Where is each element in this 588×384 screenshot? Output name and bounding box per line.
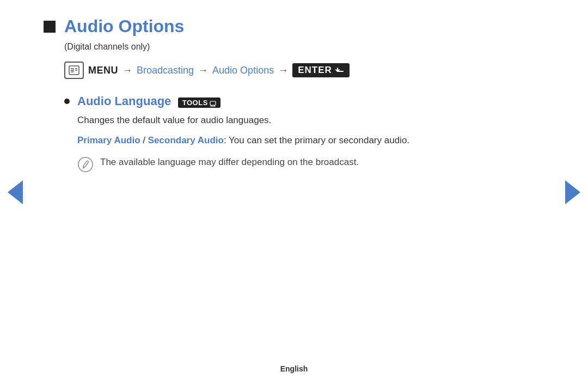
content-section: Audio Language TOOLS Changes the default…: [64, 94, 544, 173]
audio-language-label: Audio Language: [77, 94, 171, 108]
page-title: Audio Options: [64, 16, 184, 36]
description-text: Changes the default value for audio lang…: [77, 115, 544, 126]
note-text: The available language may differ depend…: [100, 155, 359, 169]
note-row: The available language may differ depend…: [77, 155, 544, 173]
bullet-content: Audio Language TOOLS: [77, 94, 220, 108]
primary-secondary-line: Primary Audio / Secondary Audio: You can…: [77, 133, 544, 148]
menu-label: MENU: [88, 65, 118, 76]
nav-arrow-right[interactable]: [565, 180, 580, 204]
subtitle-text: (Digital channels only): [64, 42, 544, 52]
title-area: Audio Options: [44, 16, 544, 36]
enter-button[interactable]: ENTER: [292, 63, 350, 77]
bullet-dot: [64, 99, 70, 104]
svg-point-10: [78, 157, 93, 171]
nav-arrow-left[interactable]: [8, 180, 23, 204]
arrow-3: →: [278, 65, 288, 76]
page-container: Audio Options (Digital channels only) ME…: [0, 0, 588, 384]
tools-label: TOOLS: [182, 99, 208, 107]
audio-language-item: Audio Language TOOLS: [64, 94, 544, 108]
nav-broadcasting: Broadcasting: [137, 65, 194, 76]
enter-label: ENTER: [298, 65, 332, 76]
arrow-1: →: [122, 65, 132, 76]
tools-badge: TOOLS: [178, 97, 220, 108]
menu-icon: [64, 62, 84, 79]
svg-line-11: [82, 167, 83, 168]
breadcrumb: MENU → Broadcasting → Audio Options → EN…: [64, 62, 544, 79]
footer-language: English: [280, 364, 308, 373]
svg-rect-6: [210, 101, 216, 105]
primary-audio-link: Primary Audio: [77, 135, 140, 145]
note-icon: [77, 156, 94, 173]
secondary-audio-link: Secondary Audio: [148, 135, 224, 145]
tools-icon: [210, 99, 216, 107]
enter-icon: [334, 65, 344, 76]
slash-text: /: [140, 135, 148, 145]
body-text: : You can set the primary or secondary a…: [224, 135, 409, 145]
arrow-2: →: [198, 65, 208, 76]
title-square-icon: [44, 21, 56, 33]
nav-audio-options: Audio Options: [212, 65, 274, 76]
